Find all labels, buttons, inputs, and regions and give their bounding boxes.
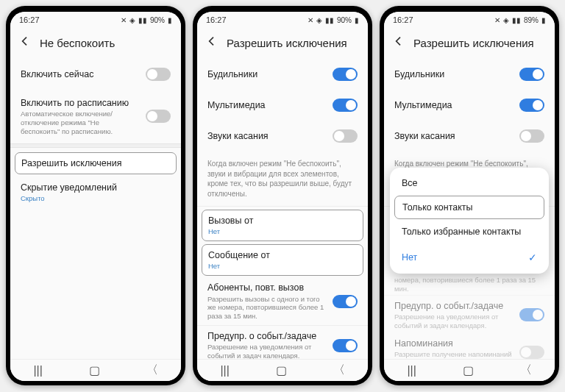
toggle-alarms[interactable] [519,68,544,81]
toggle-touch[interactable] [333,129,358,143]
label: Звуки касания [207,130,327,142]
back-icon[interactable] [19,35,31,50]
row-touch-sounds[interactable]: Звуки касания [384,121,555,152]
content: Включить сейчас Включить по расписанию А… [10,59,181,359]
nav-back-icon[interactable]: 〈 [146,363,158,378]
section-divider [10,143,181,148]
label: Абоненты, повт. вызов [207,282,327,293]
nav-bar: ||| ▢ 〈 [197,359,368,381]
signal-icon: ▮▮ [138,16,147,24]
header: Разрешить исключения [384,28,555,59]
row-alarms[interactable]: Будильники [384,59,555,90]
status-icons: ✕ ◈ ▮▮ 90% ▮ [308,16,359,24]
nav-bar: ||| ▢ 〈 [10,359,181,381]
wifi-icon: ◈ [316,16,322,24]
description-text: Когда включен режим "Не беспокоить", зву… [384,152,555,206]
wifi-icon: ◈ [503,16,509,24]
battery-text: 90% [337,16,352,24]
label: Будильники [394,68,514,80]
row-schedule[interactable]: Включить по расписанию Автоматическое вк… [10,90,181,143]
status-icons: ✕ ◈ ▮▮ 90% ▮ [121,16,172,24]
row-media[interactable]: Мультимедиа [384,90,555,121]
row-calls-from[interactable]: Вызовы от Нет [202,210,363,241]
back-icon[interactable] [393,35,405,50]
page-title: Разрешить исключения [413,37,534,49]
toggle-enable-now[interactable] [146,68,171,81]
screen: 16:27 ✕ ◈ ▮▮ 90% ▮ Разрешить исключения … [197,12,368,381]
battery-icon: ▮ [541,16,546,24]
sublabel: Нет [208,227,357,236]
label: Мультимедиа [207,99,327,111]
row-enable-now[interactable]: Включить сейчас [10,59,181,90]
sublabel: Разрешить вызовы с одного и того же номе… [207,295,327,321]
sublabel: Скрыто [21,194,165,203]
status-bar: 16:27 ✕ ◈ ▮▮ 89% ▮ [384,12,555,28]
row-event-alerts[interactable]: Предупр. о событ./задаче Разрешение на у… [197,326,368,359]
nav-home-icon[interactable]: ▢ [463,363,474,377]
row-reminders: Напоминания Разрешите получение напомина… [384,335,555,359]
phone-2: 16:27 ✕ ◈ ▮▮ 90% ▮ Разрешить исключения … [193,6,372,385]
status-time: 16:27 [206,15,227,24]
battery-icon: ▮ [355,16,359,24]
status-time: 16:27 [19,15,40,24]
label: Скрытие уведомлений [21,182,165,193]
toggle-schedule[interactable] [146,110,171,123]
nav-home-icon[interactable]: ▢ [276,363,287,377]
label: Напоминания [394,338,514,349]
header: Не беспокоить [10,28,181,59]
label: Сообщение от [208,249,357,261]
battery-text: 90% [150,16,165,24]
screen: 16:27 ✕ ◈ ▮▮ 89% ▮ Разрешить исключения … [384,12,555,381]
label: Предупр. о событ./задаче [394,300,514,312]
label: Звуки касания [394,130,514,142]
toggle-media[interactable] [519,99,544,112]
divider [197,206,368,207]
row-messages-from[interactable]: Сообщение от Нет [202,244,363,276]
row-media[interactable]: Мультимедиа [197,90,368,121]
nav-recents-icon[interactable]: ||| [220,364,229,377]
header: Разрешить исключения [197,28,368,59]
toggle-events [519,308,544,321]
row-touch-sounds[interactable]: Звуки касания [197,121,368,152]
phone-1: 16:27 ✕ ◈ ▮▮ 90% ▮ Не беспокоить Включит… [6,6,185,385]
sublabel: Разрешите получение напоминаний от [394,350,514,359]
screen: 16:27 ✕ ◈ ▮▮ 90% ▮ Не беспокоить Включит… [10,12,181,381]
sublabel: номера, повторившиеся более 1 раза за 15… [394,276,544,293]
label: Мультимедиа [394,99,514,111]
battery-text: 89% [524,16,539,24]
status-icons: ✕ ◈ ▮▮ 89% ▮ [494,16,546,24]
nav-home-icon[interactable]: ▢ [89,363,100,377]
toggle-alarms[interactable] [333,68,358,81]
toggle-events[interactable] [333,339,358,352]
page-title: Разрешить исключения [227,37,347,49]
row-hide-notifications[interactable]: Скрытие уведомлений Скрыто [10,176,181,210]
label: Разрешить исключения [21,157,170,169]
label: Предупр. о событ./задаче [207,330,327,342]
wifi-icon: ◈ [129,16,135,24]
toggle-media[interactable] [333,99,358,112]
toggle-touch[interactable] [519,129,544,143]
nav-back-icon[interactable]: 〈 [520,363,532,378]
label: Вызовы от [208,215,357,227]
description-text: Когда включен режим "Не беспокоить", зву… [197,152,368,206]
toggle-repeat[interactable] [333,295,358,308]
sublabel: Разрешение на уведомления от событий и з… [207,343,327,359]
label: Включить по расписанию [21,97,140,109]
mute-icon: ✕ [494,16,500,24]
row-alarms[interactable]: Будильники [197,59,368,90]
toggle-reminders [519,346,544,359]
label: Будильники [207,68,327,80]
battery-icon: ▮ [168,16,172,24]
status-bar: 16:27 ✕ ◈ ▮▮ 90% ▮ [10,12,181,28]
nav-back-icon[interactable]: 〈 [333,363,345,378]
mute-icon: ✕ [308,16,313,24]
status-bar: 16:27 ✕ ◈ ▮▮ 90% ▮ [197,12,368,28]
label: Включить сейчас [21,68,140,80]
row-allow-exceptions[interactable]: Разрешить исключения [15,152,177,174]
signal-icon: ▮▮ [512,16,521,24]
nav-recents-icon[interactable]: ||| [33,364,42,377]
row-repeat-callers[interactable]: Абоненты, повт. вызов Разрешить вызовы с… [197,277,368,325]
back-icon[interactable] [206,35,218,50]
nav-recents-icon[interactable]: ||| [407,364,416,377]
status-time: 16:27 [393,15,413,24]
